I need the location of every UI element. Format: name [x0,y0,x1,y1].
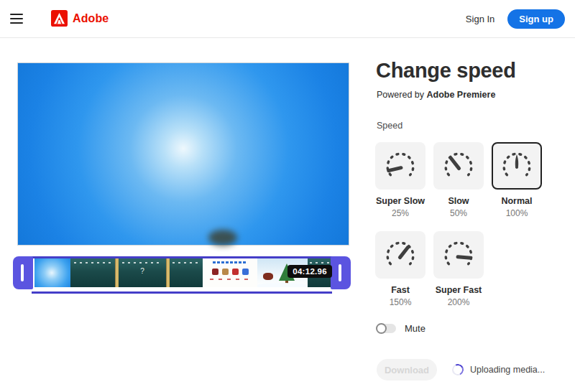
frame-thumbnail-chalkboard: ? [119,258,166,287]
grip-icon [339,264,341,281]
change-speed-page: Adobe Sign In Sign up ? [0,0,575,392]
speed-option-label: Slow [433,196,484,206]
speedometer-icon [384,149,417,182]
speed-card[interactable] [433,142,484,190]
speed-option-percent: 100% [492,208,542,218]
speed-option-percent: 25% [375,208,426,218]
speed-option-slow[interactable]: Slow 50% [433,142,484,218]
uploading-status-text: Uploading media... [470,365,545,375]
mute-label: Mute [405,323,426,334]
trim-handle-left[interactable] [13,256,33,289]
frame-thumbnail-chalkboard [70,258,115,287]
powered-by-text: Powered by Adobe Premiere [377,90,495,100]
frame-thumbnail-flashcards [203,258,257,287]
speed-option-percent: 200% [433,297,484,307]
toggle-knob [376,323,387,334]
speed-option-label: Fast [375,285,426,295]
adobe-logo-link[interactable]: Adobe [51,10,109,27]
speed-card[interactable] [433,231,484,279]
speedometer-icon [442,238,475,271]
timeline-filmstrip[interactable]: ? 04:12.96 [13,256,351,289]
download-button[interactable]: Download [377,359,437,381]
speedometer-icon [500,149,533,182]
speed-section-label: Speed [377,121,402,131]
speedometer-icon [384,238,417,271]
speed-option-super-slow[interactable]: Super Slow 25% [375,142,426,218]
timestamp-badge: 04:12.96 [288,265,332,278]
speed-card[interactable] [375,231,426,279]
loading-spinner-icon [451,363,466,378]
powered-by-prefix: Powered by [377,90,426,100]
top-navbar: Adobe Sign In Sign up [0,0,575,38]
mute-toggle[interactable] [377,324,396,333]
grip-icon [21,264,24,281]
speed-option-normal[interactable]: Normal 100% [492,142,542,218]
frame-thumbnail-chalkboard [170,258,203,287]
sign-up-button[interactable]: Sign up [507,9,565,29]
powered-by-brand: Adobe Premiere [426,90,495,100]
video-preview[interactable] [17,62,349,246]
trim-handle-right[interactable] [331,256,351,289]
speed-option-label: Normal [492,196,542,206]
speed-option-percent: 150% [375,297,426,307]
speed-option-super-fast[interactable]: Super Fast 200% [433,231,484,307]
page-title: Change speed [376,59,516,83]
speed-option-percent: 50% [433,208,484,218]
sign-in-link[interactable]: Sign In [466,14,494,24]
adobe-logo-icon [51,10,68,27]
speed-option-label: Super Fast [433,285,484,295]
frame-thumbnail-sky [34,258,70,287]
mute-row: Mute [377,323,426,334]
menu-icon[interactable] [10,14,23,24]
brand-name: Adobe [73,12,109,25]
speedometer-icon [442,149,475,182]
speed-card[interactable] [375,142,426,190]
speed-option-fast[interactable]: Fast 150% [375,231,426,307]
speed-card-selected[interactable] [492,142,542,190]
download-row: Download Uploading media... [377,359,545,381]
speed-option-label: Super Slow [375,196,426,206]
video-foreground-object [208,230,237,246]
question-glyph: ? [119,267,166,275]
